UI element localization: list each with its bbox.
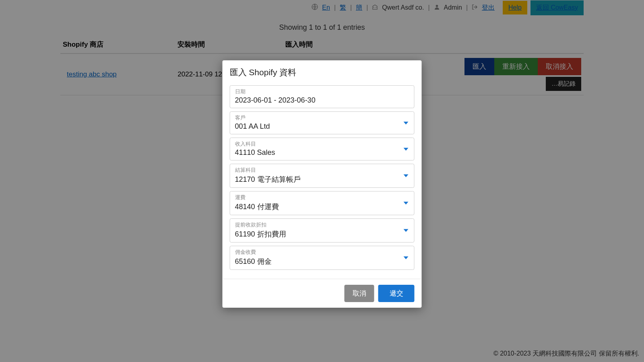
cancel-button[interactable]: 取消 bbox=[345, 285, 374, 302]
chevron-down-icon bbox=[404, 229, 409, 232]
import-modal: 匯入 Shopify 資料 日期 2023-06-01 - 2023-06-30… bbox=[223, 60, 422, 308]
discount-label: 提前收款折扣 bbox=[235, 221, 409, 228]
commission-value: 65160 佣金 bbox=[235, 257, 409, 266]
chevron-down-icon bbox=[404, 148, 409, 150]
chevron-down-icon bbox=[404, 175, 409, 177]
modal-body: 日期 2023-06-01 - 2023-06-30 客戶 001 AA Ltd… bbox=[223, 84, 422, 279]
modal-footer: 取消 遞交 bbox=[223, 279, 422, 308]
settlement-value: 12170 電子結算帳戶 bbox=[235, 175, 409, 184]
date-value: 2023-06-01 - 2023-06-30 bbox=[235, 96, 409, 105]
customer-label: 客戶 bbox=[235, 114, 409, 121]
modal-title: 匯入 Shopify 資料 bbox=[223, 60, 422, 84]
commission-field[interactable]: 佣金收費 65160 佣金 bbox=[230, 246, 415, 270]
settlement-label: 結算科目 bbox=[235, 167, 409, 174]
freight-field[interactable]: 運費 48140 付運費 bbox=[230, 191, 415, 215]
chevron-down-icon bbox=[404, 257, 409, 259]
submit-button[interactable]: 遞交 bbox=[378, 285, 415, 302]
income-value: 41110 Sales bbox=[235, 148, 409, 157]
customer-field[interactable]: 客戶 001 AA Ltd bbox=[230, 111, 415, 134]
income-field[interactable]: 收入科目 41110 Sales bbox=[230, 138, 415, 160]
discount-field[interactable]: 提前收款折扣 61190 折扣費用 bbox=[230, 218, 415, 243]
chevron-down-icon bbox=[404, 202, 409, 205]
settlement-field[interactable]: 結算科目 12170 電子結算帳戶 bbox=[230, 164, 415, 188]
commission-label: 佣金收費 bbox=[235, 249, 409, 256]
date-label: 日期 bbox=[235, 88, 409, 95]
freight-label: 運費 bbox=[235, 194, 409, 201]
discount-value: 61190 折扣費用 bbox=[235, 229, 409, 239]
date-field[interactable]: 日期 2023-06-01 - 2023-06-30 bbox=[230, 85, 415, 108]
income-label: 收入科目 bbox=[235, 140, 409, 148]
chevron-down-icon bbox=[404, 121, 409, 124]
customer-value: 001 AA Ltd bbox=[235, 122, 409, 131]
freight-value: 48140 付運費 bbox=[235, 202, 409, 212]
